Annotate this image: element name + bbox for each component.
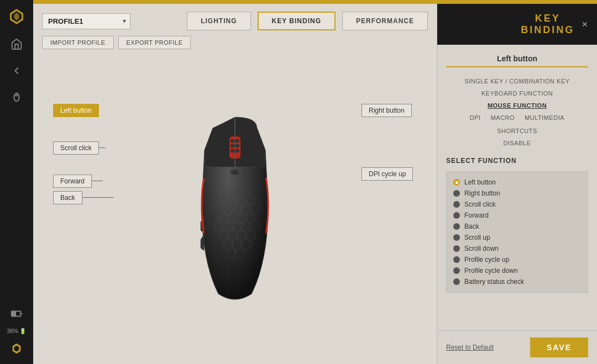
tab-lighting[interactable]: LIGHTING (187, 12, 250, 30)
left-button-label-group: Left button (53, 110, 97, 110)
radio-left-button (453, 179, 460, 186)
function-label-battery-status-check: Battery status check (464, 278, 524, 286)
function-item-scroll-up[interactable]: Scroll up (453, 234, 581, 241)
export-profile-button[interactable]: EXPORT PROFILE (118, 36, 191, 49)
device-nav-icon[interactable] (7, 87, 27, 107)
main-wrapper: PROFILE1 PROFILE2 PROFILE3 LIGHTING KEY … (33, 0, 597, 364)
right-panel: KEY BINDING ✕ Left button SINGLE KEY / C… (437, 4, 597, 364)
right-panel-title: KEY BINDING (514, 13, 582, 36)
radio-scroll-down (453, 245, 460, 252)
function-item-back[interactable]: Back (453, 223, 581, 230)
select-function-label: SELECT FUNCTION (446, 157, 588, 165)
function-label-scroll-up: Scroll up (464, 234, 490, 241)
function-item-battery-status-check[interactable]: Battery status check (453, 278, 581, 286)
back-label[interactable]: Back (53, 191, 82, 204)
battery-nav-icon (7, 304, 27, 324)
top-accent-bar (33, 0, 597, 4)
function-item-scroll-click[interactable]: Scroll click (453, 201, 581, 208)
battery-percentage: 36% 🔋 (7, 328, 27, 334)
forward-label[interactable]: Forward (53, 175, 92, 188)
binding-type-nav: SINGLE KEY / COMBINATION KEY KEYBOARD FU… (446, 76, 588, 148)
profile-area: PROFILE1 PROFILE2 PROFILE3 (42, 13, 130, 29)
binding-type-macro[interactable]: MACRO (488, 113, 518, 123)
tab-key-binding[interactable]: KEY BINDING (258, 12, 336, 30)
import-profile-button[interactable]: IMPORT PROFILE (42, 36, 114, 49)
function-label-profile-cycle-down: Profile cycle down (464, 267, 518, 275)
left-content: PROFILE1 PROFILE2 PROFILE3 LIGHTING KEY … (33, 4, 437, 364)
selected-button-name: Left button (446, 54, 588, 67)
action-buttons-row: IMPORT PROFILE EXPORT PROFILE (42, 36, 428, 49)
radio-right-button (453, 190, 460, 197)
radio-profile-cycle-up (453, 256, 460, 263)
home-nav-icon[interactable] (7, 34, 27, 54)
forward-label-group: Forward (53, 181, 103, 181)
radio-back (453, 223, 460, 230)
function-label-scroll-click: Scroll click (464, 201, 496, 208)
function-item-profile-cycle-down[interactable]: Profile cycle down (453, 267, 581, 275)
dpi-label-group: DPI cycle up (362, 173, 411, 174)
function-label-right-button: Right button (464, 189, 500, 197)
logo-icon (7, 7, 27, 27)
function-item-left-button[interactable]: Left button (453, 178, 581, 186)
selected-button-section: Left button (446, 54, 588, 76)
function-label-back: Back (464, 223, 479, 230)
binding-type-multimedia[interactable]: MULTIMEDIA (521, 113, 568, 123)
function-item-profile-cycle-up[interactable]: Profile cycle up (453, 256, 581, 263)
binding-type-disable[interactable]: DISABLE (500, 138, 535, 148)
function-label-scroll-down: Scroll down (464, 245, 499, 252)
binding-type-mouse-function[interactable]: MOUSE FUNCTION (484, 101, 550, 110)
sidebar-bottom: 36% 🔋 (7, 304, 27, 358)
middle-content: PROFILE1 PROFILE2 PROFILE3 LIGHTING KEY … (33, 4, 597, 364)
binding-type-shortcuts[interactable]: SHORTCUTS (494, 126, 541, 136)
svg-rect-4 (12, 312, 15, 315)
function-item-right-button[interactable]: Right button (453, 189, 581, 197)
profile-select-wrapper: PROFILE1 PROFILE2 PROFILE3 (42, 13, 130, 29)
nav-tabs: LIGHTING KEY BINDING PERFORMANCE (187, 12, 428, 30)
binding-types-row2: DPI MACRO MULTIMEDIA SHORTCUTS (446, 113, 588, 136)
binding-type-dpi[interactable]: DPI (467, 113, 484, 123)
brand-bottom-icon (7, 339, 27, 358)
function-label-forward: Forward (464, 212, 489, 219)
app-wrapper: 36% 🔋 PROFILE1 PROFILE2 (0, 0, 597, 364)
scroll-click-label-group: Scroll click (53, 147, 106, 148)
binding-type-single-key[interactable]: SINGLE KEY / COMBINATION KEY (461, 76, 573, 86)
function-item-scroll-down[interactable]: Scroll down (453, 245, 581, 252)
right-button-label-group: Right button (362, 110, 411, 110)
svg-point-37 (231, 170, 239, 175)
back-nav-icon[interactable] (7, 61, 27, 81)
radio-profile-cycle-down (453, 267, 460, 274)
reset-to-default-button[interactable]: Reset to Default (446, 344, 494, 351)
right-panel-footer: Reset to Default SAVE (437, 330, 597, 364)
right-button-label[interactable]: Right button (362, 104, 412, 117)
mouse-svg (180, 106, 290, 305)
save-button[interactable]: SAVE (530, 337, 588, 357)
header-row: PROFILE1 PROFILE2 PROFILE3 LIGHTING KEY … (42, 12, 428, 30)
mouse-diagram-area: Left button Scroll click Forward (42, 55, 428, 356)
back-label-group: Back (53, 197, 114, 198)
function-label-profile-cycle-up: Profile cycle up (464, 256, 509, 263)
function-item-forward[interactable]: Forward (453, 212, 581, 219)
right-panel-body: Left button SINGLE KEY / COMBINATION KEY… (437, 45, 597, 330)
dpi-cycle-label[interactable]: DPI cycle up (362, 167, 413, 181)
sidebar: 36% 🔋 (0, 0, 33, 364)
radio-battery-status-check (453, 278, 460, 285)
radio-scroll-click (453, 201, 460, 208)
radio-forward (453, 212, 460, 219)
tab-performance[interactable]: PERFORMANCE (342, 12, 428, 30)
function-label-left-button: Left button (464, 178, 496, 186)
binding-type-keyboard-function[interactable]: KEYBOARD FUNCTION (478, 88, 557, 98)
right-panel-header: KEY BINDING ✕ (437, 4, 597, 45)
function-list: Left button Right button Scroll click (446, 171, 588, 293)
close-button[interactable]: ✕ (582, 20, 588, 29)
left-button-label[interactable]: Left button (53, 104, 99, 117)
radio-scroll-up (453, 234, 460, 241)
scroll-click-label[interactable]: Scroll click (53, 141, 99, 155)
profile-dropdown[interactable]: PROFILE1 PROFILE2 PROFILE3 (42, 13, 130, 29)
logo (6, 6, 28, 28)
